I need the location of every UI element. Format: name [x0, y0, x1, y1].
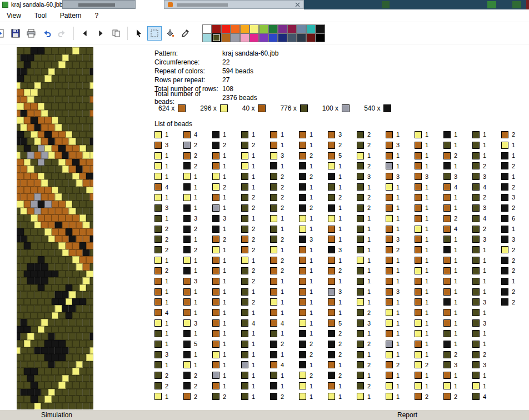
palette-color-0-7[interactable] — [268, 24, 278, 33]
bead-list-entry: 2 — [299, 339, 328, 349]
bead-list-entry: 2 — [357, 381, 386, 391]
bead-swatch — [270, 215, 277, 222]
palette-color-1-2[interactable] — [221, 33, 231, 42]
bead-list-entry: 1 — [472, 370, 501, 381]
menu-item-help[interactable]: ? — [95, 12, 99, 19]
redo-button[interactable] — [55, 26, 69, 41]
bead-count: 2 — [512, 257, 515, 264]
bead-list-entry: 1 — [357, 234, 386, 244]
bead-list-entry: 2 — [443, 349, 472, 360]
palette-color-0-4[interactable] — [240, 24, 249, 33]
bead-swatch — [443, 341, 451, 348]
palette-color-1-10[interactable] — [297, 33, 306, 42]
sim-bead — [66, 131, 73, 138]
bead-count: 1 — [223, 163, 226, 169]
bead-swatch — [183, 183, 191, 191]
toolbar-separator — [73, 27, 74, 40]
background-window-tab-1[interactable] — [62, 0, 136, 9]
palette-color-0-9[interactable] — [287, 24, 297, 33]
palette-color-0-12[interactable] — [316, 24, 325, 33]
bead-list-entry: 1 — [241, 287, 270, 297]
bead-list-entry: 1 — [386, 213, 415, 224]
bead-swatch — [212, 393, 219, 400]
sim-bead — [58, 131, 66, 138]
palette-color-1-8[interactable] — [278, 33, 287, 42]
bead-count: 1 — [454, 288, 457, 295]
bead-list-entry: 1 — [183, 182, 212, 192]
palette-color-1-1[interactable] — [212, 33, 221, 42]
bead-list-entry: 1 — [386, 339, 415, 349]
print-button[interactable] — [24, 26, 38, 41]
undo-button[interactable] — [39, 26, 54, 41]
sim-bead — [76, 403, 83, 410]
palette-color-0-11[interactable] — [306, 24, 316, 33]
palette-color-1-5[interactable] — [249, 33, 259, 42]
bead-list-entry: 1 — [154, 360, 183, 371]
sim-bead — [58, 368, 66, 375]
sim-bead — [38, 173, 45, 180]
palette-color-0-5[interactable] — [249, 24, 259, 33]
palette-color-1-6[interactable] — [259, 33, 268, 42]
select-button[interactable] — [147, 26, 162, 41]
bead-list-entry: 1 — [415, 213, 443, 224]
sim-bead — [41, 333, 48, 340]
sim-bead — [52, 312, 59, 319]
fill-button[interactable] — [163, 26, 177, 41]
palette-color-1-4[interactable] — [240, 33, 249, 42]
menu-item-view[interactable]: View — [7, 12, 21, 19]
menu-item-pattern[interactable]: Pattern — [60, 12, 82, 19]
sim-bead — [34, 319, 41, 326]
bead-count: 1 — [425, 226, 428, 232]
sim-bead — [41, 222, 48, 229]
palette-color-1-12[interactable] — [316, 33, 325, 42]
palette-color-0-3[interactable] — [231, 24, 240, 33]
bead-count: 2 — [281, 257, 284, 264]
save-button[interactable] — [8, 26, 23, 41]
prev-button[interactable] — [78, 26, 92, 41]
close-icon[interactable] — [295, 2, 300, 7]
palette-color-0-8[interactable] — [278, 24, 287, 33]
palette-color-1-7[interactable] — [268, 33, 278, 42]
menu-item-tool[interactable]: Tool — [34, 12, 47, 19]
sim-bead — [52, 145, 59, 152]
sim-bead — [27, 263, 34, 271]
bead-count: 1 — [310, 142, 313, 148]
bead-count: 2 — [512, 184, 515, 191]
bead-swatch — [386, 226, 393, 233]
copy-button[interactable] — [109, 26, 123, 41]
sim-bead — [41, 110, 48, 117]
sim-bead — [34, 68, 41, 76]
sim-bead — [34, 333, 41, 340]
bead-count: 1 — [165, 320, 168, 327]
palette-color-0-0[interactable] — [202, 24, 212, 33]
sim-bead — [34, 110, 41, 117]
sim-bead — [41, 305, 48, 312]
import-button[interactable] — [0, 26, 7, 41]
palette-color-1-11[interactable] — [306, 33, 316, 42]
bead-count: 1 — [454, 131, 457, 138]
palette-color-0-2[interactable] — [221, 24, 231, 33]
sim-bead — [27, 333, 34, 340]
palette-color-0-6[interactable] — [259, 24, 268, 33]
sim-bead — [38, 298, 45, 306]
palette-color-1-0[interactable] — [202, 33, 212, 42]
sim-bead — [55, 263, 62, 271]
sim-bead — [58, 159, 66, 166]
pipette-button[interactable] — [178, 26, 193, 41]
sim-bead — [58, 298, 66, 306]
sim-bead — [86, 214, 93, 222]
background-green-button[interactable] — [512, 1, 521, 8]
bead-swatch — [386, 194, 393, 201]
sim-bead — [34, 305, 41, 312]
palette-color-0-10[interactable] — [297, 24, 306, 33]
background-window-tab-2[interactable] — [164, 0, 304, 9]
palette-color-1-3[interactable] — [231, 33, 240, 42]
next-button[interactable] — [93, 26, 108, 41]
palette-color-1-9[interactable] — [287, 33, 297, 42]
bead-swatch — [386, 393, 393, 400]
background-green-button[interactable] — [487, 1, 496, 8]
bead-count: 1 — [483, 309, 486, 316]
bead-swatch — [299, 382, 306, 389]
pointer-button[interactable] — [132, 26, 146, 41]
palette-color-0-1[interactable] — [212, 24, 221, 33]
